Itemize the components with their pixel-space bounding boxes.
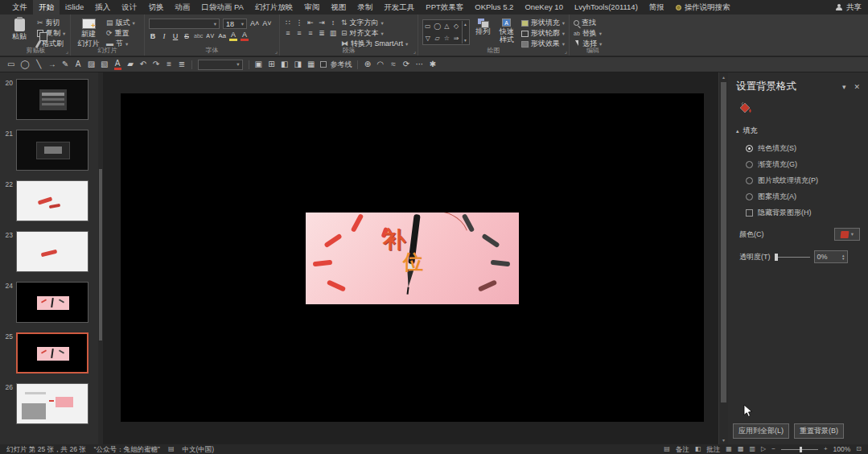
align-left-icon[interactable]: ≡ (284, 29, 292, 37)
menu-tab[interactable]: OKPlus 5.2 (469, 0, 519, 14)
menu-tab[interactable]: 幻灯片放映 (249, 0, 299, 14)
menu-tab[interactable]: 动画 (169, 0, 195, 14)
menu-tab[interactable]: 设计 (116, 0, 142, 14)
quick-styles-button[interactable]: A 快速样式 (496, 17, 517, 44)
shape-fill-button[interactable]: 形状填充▾ (521, 19, 565, 27)
picture-icon[interactable]: ▣ (255, 60, 262, 68)
chevron-down-icon[interactable]: ▾ (842, 83, 846, 91)
color-picker-button[interactable]: ▾ (834, 228, 860, 241)
zoom-in-icon[interactable]: ⊕ (364, 60, 371, 68)
font-color-icon[interactable]: A (114, 60, 121, 70)
merge-icon[interactable]: ◨ (294, 60, 301, 68)
shrink-font-icon[interactable]: A˅ (262, 19, 271, 28)
justify-icon[interactable]: ≣ (318, 29, 326, 37)
columns-icon[interactable]: ▥ (329, 29, 337, 37)
spinner-arrows-icon[interactable]: ▴▾ (842, 254, 845, 260)
shape-triangle-icon[interactable]: △ (444, 23, 449, 30)
align-text-button[interactable]: ⊟对齐文本▾ (341, 29, 408, 38)
proofing-icon[interactable]: ▤ (168, 444, 175, 454)
table-icon[interactable]: ⊞ (268, 60, 275, 68)
text-direction-button[interactable]: ⇅文字方向▾ (341, 19, 408, 27)
align-center-icon[interactable]: ≡ (295, 29, 303, 37)
style-combo[interactable]: ▾ (198, 60, 243, 70)
shape-arrow-icon[interactable]: ⇒ (454, 35, 459, 42)
menu-tab[interactable]: OneKey 10 (519, 0, 569, 14)
zoom-slider-thumb[interactable] (800, 447, 802, 452)
copy-button[interactable]: 复制▾ (37, 29, 65, 38)
paste-button[interactable]: 粘贴 (6, 17, 33, 41)
numbering-icon[interactable]: ⋮ (295, 19, 303, 27)
find-button[interactable]: 查找 (574, 19, 602, 27)
indent-decrease-icon[interactable]: ⇤ (306, 19, 315, 27)
pattern-fill-option[interactable]: 图案填充(A) (746, 192, 860, 202)
pen-icon[interactable]: ✎ (62, 60, 69, 68)
replace-button[interactable]: ab替换▾ (574, 29, 602, 38)
menu-tab[interactable]: 文件 (6, 0, 33, 14)
redo-icon[interactable]: ↷ (153, 60, 160, 68)
grow-font-icon[interactable]: A˄ (250, 19, 259, 28)
gallery-scroll-icons[interactable]: ▴▾ (462, 21, 468, 43)
menu-tab[interactable]: 切换 (142, 0, 169, 14)
slide-thumbnail-23[interactable] (16, 231, 88, 272)
group-icon[interactable]: ▦ (307, 60, 315, 68)
shape-down-triangle-icon[interactable]: ▽ (426, 35, 430, 42)
shape-star-icon[interactable]: ☆ (444, 35, 450, 42)
align-justify-icon[interactable]: ≣ (179, 60, 186, 68)
layout-button[interactable]: ▤版式▾ (106, 19, 135, 27)
slide-thumbnail-20[interactable] (16, 79, 88, 120)
font-size-combo[interactable]: 18▾ (223, 19, 247, 29)
settings-icon[interactable]: ✱ (429, 60, 436, 68)
reading-view-icon[interactable]: ▥ (749, 444, 755, 454)
dialog-launcher-icon[interactable]: ⌟ (413, 48, 416, 55)
apply-to-all-button[interactable]: 应用到全部(L) (733, 423, 789, 439)
zoom-slider[interactable] (781, 449, 818, 450)
text-shadow-icon[interactable]: abc (194, 33, 203, 39)
picture-fill-option[interactable]: 图片或纹理填充(P) (746, 175, 860, 186)
solid-fill-option[interactable]: 纯色填充(S) (746, 143, 860, 154)
fit-to-window-icon[interactable]: ⊡ (856, 444, 862, 454)
more-icon[interactable]: ⋯ (415, 60, 423, 68)
shape-parallelogram-icon[interactable]: ▱ (435, 35, 440, 42)
menu-tab[interactable]: LvyhTools(201114) (569, 0, 644, 14)
strikethrough-icon[interactable]: S (183, 32, 191, 41)
slide-sorter-view-icon[interactable]: ▩ (738, 444, 744, 454)
guides-toggle[interactable]: 参考线 (320, 60, 352, 70)
menu-tab[interactable]: 视图 (325, 0, 352, 14)
shape-diamond-icon[interactable]: ◇ (454, 23, 459, 30)
split-icon[interactable]: ◧ (281, 60, 288, 68)
line-icon[interactable]: ╲ (35, 60, 43, 68)
menu-tab[interactable]: 审阅 (298, 0, 325, 14)
shape-rectangle-icon[interactable]: ▭ (425, 23, 431, 30)
language-status[interactable]: 中文(中国) (182, 444, 214, 454)
text-box-icon[interactable]: A (75, 60, 82, 68)
hide-background-checkbox[interactable]: 隐藏背景图形(H) (746, 208, 860, 218)
align-right-icon[interactable]: ≡ (306, 29, 315, 37)
rotate-icon[interactable]: ⟳ (402, 60, 409, 68)
shape-gallery[interactable]: ▴▾ ▭◯△◇▽▱☆⇒ (422, 19, 470, 45)
slideshow-view-icon[interactable]: ▷ (761, 444, 766, 454)
gradient-fill-option[interactable]: 渐变填充(G) (746, 159, 860, 170)
transparency-slider[interactable] (775, 257, 810, 258)
menu-tab[interactable]: PPT效果客 (420, 0, 469, 14)
comments-button[interactable]: 批注 (706, 444, 720, 454)
shape-outline-button[interactable]: 形状轮廓▾ (521, 29, 565, 38)
menu-tab[interactable]: 开始 (33, 0, 60, 14)
shape-oval-icon[interactable]: ◯ (434, 23, 441, 30)
dialog-launcher-icon[interactable]: ⌟ (275, 48, 278, 55)
slide-thumbnail-24[interactable] (16, 282, 88, 323)
fill-bucket-icon[interactable] (738, 101, 752, 114)
character-spacing-icon[interactable]: AV (206, 33, 215, 39)
slide-thumbnail-21[interactable] (16, 130, 88, 171)
fill-section-header[interactable]: ▴ 填充 (736, 126, 860, 136)
arc-icon[interactable]: ◠ (376, 60, 384, 68)
arrange-button[interactable]: 排列 (474, 17, 492, 36)
menu-tab[interactable]: 插入 (89, 0, 116, 14)
font-color-icon[interactable]: A (241, 31, 249, 41)
normal-view-icon[interactable]: ▦ (726, 444, 732, 454)
highlight-icon[interactable]: A (229, 31, 237, 41)
scroll-down-icon[interactable]: ▾ (719, 437, 728, 443)
zoom-in-icon[interactable]: + (824, 444, 828, 454)
align-left-icon[interactable]: ≡ (166, 60, 173, 68)
reset-background-button[interactable]: 重置背景(B) (794, 423, 844, 439)
bold-icon[interactable]: B (149, 32, 157, 41)
